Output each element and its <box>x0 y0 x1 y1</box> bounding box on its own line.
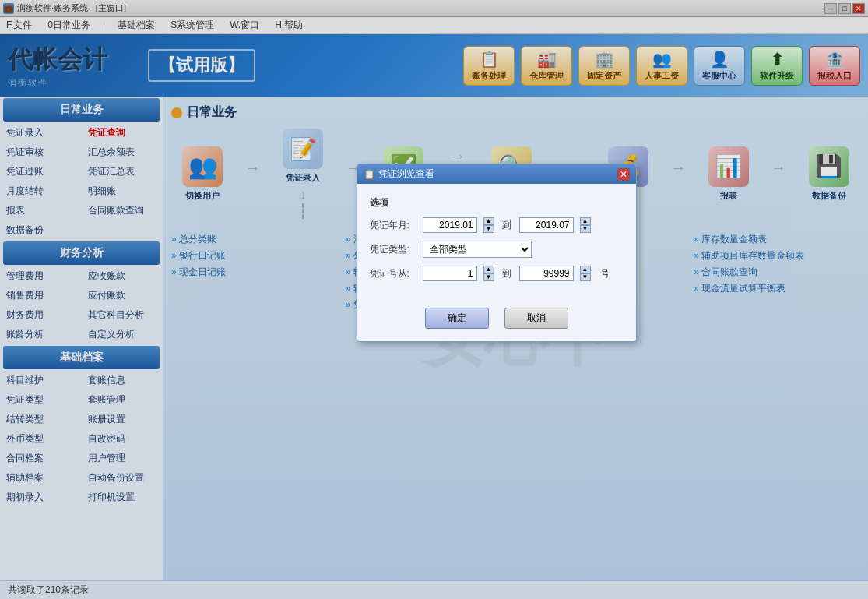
modal-vno-unit: 号 <box>600 267 610 280</box>
modal-row-voucher-no: 凭证号从: ▲ ▼ 到 ▲ ▼ 号 <box>370 266 624 281</box>
modal-titlebar: 📋 凭证浏览查看 ✕ <box>357 164 636 184</box>
modal-vno-from-label: 凭证号从: <box>370 267 416 280</box>
modal-ym-from-input[interactable] <box>423 217 477 233</box>
modal-footer: 确定 取消 <box>357 301 636 341</box>
modal-vno-from-input[interactable] <box>423 266 477 281</box>
ym-to-down[interactable]: ▼ <box>580 225 591 233</box>
vno-from-up[interactable]: ▲ <box>483 266 494 273</box>
modal-vtype-label: 凭证类型: <box>370 243 416 256</box>
modal-titlebar-icon: 📋 <box>364 169 375 180</box>
vno-from-down[interactable]: ▼ <box>483 273 494 281</box>
ym-from-up[interactable]: ▲ <box>483 217 494 225</box>
modal-body: 选项 凭证年月: ▲ ▼ 到 ▲ ▼ 凭证类型: 全 <box>357 184 636 301</box>
ym-from-down[interactable]: ▼ <box>483 225 494 233</box>
vno-to-up[interactable]: ▲ <box>580 266 591 273</box>
ym-to-up[interactable]: ▲ <box>580 217 591 225</box>
modal-ym-to-input[interactable] <box>519 217 574 233</box>
modal-vno-to-label: 到 <box>501 267 513 280</box>
modal-close-button[interactable]: ✕ <box>617 168 630 181</box>
modal-overlay: 📋 凭证浏览查看 ✕ 选项 凭证年月: ▲ ▼ 到 ▲ ▼ <box>0 0 868 599</box>
modal-section-label: 选项 <box>370 196 624 210</box>
modal-ym-to-spinners[interactable]: ▲ ▼ <box>580 217 591 233</box>
modal-ym-from-spinners[interactable]: ▲ ▼ <box>483 217 494 233</box>
modal-row-voucher-type: 凭证类型: 全部类型 记账凭证 收款凭证 付款凭证 转账凭证 <box>370 241 624 258</box>
modal-ym-from-label: 凭证年月: <box>370 219 416 232</box>
modal-cancel-button[interactable]: 取消 <box>504 308 568 329</box>
modal-vno-to-spinners[interactable]: ▲ ▼ <box>580 266 591 281</box>
modal-title-text: 凭证浏览查看 <box>378 167 434 181</box>
modal-ym-to-label: 到 <box>501 219 513 232</box>
modal-vtype-select[interactable]: 全部类型 记账凭证 收款凭证 付款凭证 转账凭证 <box>423 241 532 258</box>
modal-vno-from-spinners[interactable]: ▲ ▼ <box>483 266 494 281</box>
modal-row-year-month: 凭证年月: ▲ ▼ 到 ▲ ▼ <box>370 217 624 233</box>
vno-to-down[interactable]: ▼ <box>580 273 591 281</box>
modal-confirm-button[interactable]: 确定 <box>425 308 489 329</box>
modal-voucher-browse: 📋 凭证浏览查看 ✕ 选项 凭证年月: ▲ ▼ 到 ▲ ▼ <box>357 164 637 342</box>
modal-vno-to-input[interactable] <box>519 266 574 281</box>
modal-titlebar-left: 📋 凭证浏览查看 <box>364 167 434 181</box>
